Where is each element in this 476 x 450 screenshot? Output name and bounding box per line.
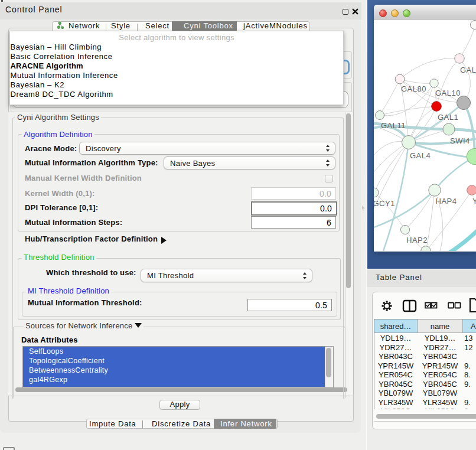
svg-text:HAP2: HAP2 <box>406 236 428 244</box>
svg-text:GAL1: GAL1 <box>438 113 458 122</box>
svg-text:GAL10: GAL10 <box>435 89 461 97</box>
svg-text:HAP4: HAP4 <box>436 197 457 206</box>
svg-text:GAL4: GAL4 <box>410 151 431 160</box>
svg-text:GAL11: GAL11 <box>381 121 406 130</box>
svg-text:Y: Y <box>472 197 476 206</box>
svg-text:SWI4: SWI4 <box>450 136 470 145</box>
svg-text:GCY1: GCY1 <box>374 199 395 208</box>
svg-text:GAL7: GAL7 <box>460 66 476 74</box>
svg-text:GAL80: GAL80 <box>401 84 426 93</box>
